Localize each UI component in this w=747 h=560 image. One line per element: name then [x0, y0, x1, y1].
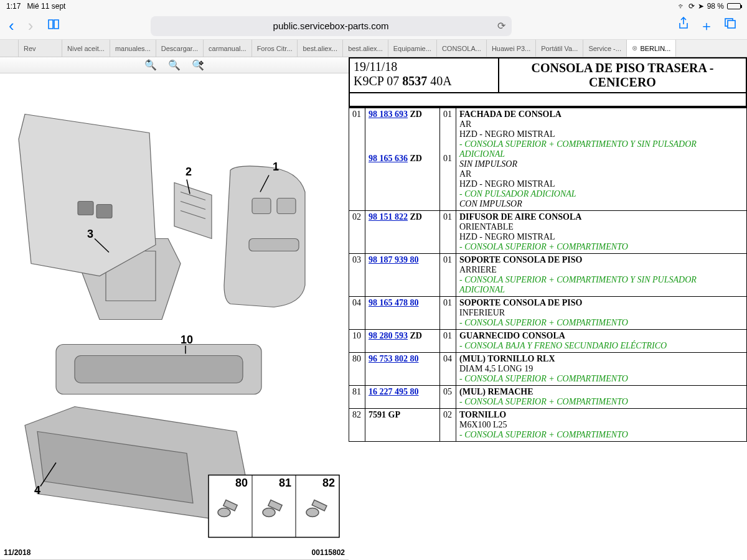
tab[interactable]: Service -... — [583, 40, 627, 57]
tab[interactable]: best.aliex... — [343, 40, 388, 57]
zoom-toolbar: 🔍+ 🔍− 🔍✥ — [0, 57, 349, 73]
part-ref-link[interactable]: 98 151 822 — [369, 212, 408, 222]
svg-rect-1 — [728, 21, 735, 28]
tab-label: manuales... — [115, 45, 151, 52]
tab[interactable]: carmanual... — [204, 40, 252, 57]
tab[interactable]: CONSOLA... — [437, 40, 487, 57]
part-desc-cell: (MUL) REMACHE- CONSOLA SUPERIOR + COMPAR… — [456, 386, 747, 409]
part-desc-note: - CONSOLA BAJA Y FRENO SECUNDARIO ELÉCTR… — [459, 341, 743, 351]
tab-close-icon[interactable]: ⊗ — [632, 44, 637, 52]
part-ref-cell: 98 187 939 80 — [365, 254, 440, 297]
tab[interactable] — [0, 40, 19, 57]
part-qty: 04 — [443, 354, 453, 364]
part-desc-cell: GUARNECIDO CONSOLA- CONSOLA BAJA Y FRENO… — [456, 330, 747, 353]
diagram-ref: 00115802 — [312, 548, 345, 557]
part-qty-cell: 01 — [440, 254, 456, 297]
part-desc-title: (MUL) REMACHE — [459, 387, 743, 397]
tab[interactable]: Portátil Va... — [536, 40, 583, 57]
part-ref-link[interactable]: 98 165 636 — [369, 154, 408, 163]
part-desc-line: DIAM 4,5 LONG 19 — [459, 364, 743, 374]
tab-label: carmanual... — [209, 45, 247, 52]
part-desc-title: SOPORTE CONSOLA DE PISO — [459, 298, 743, 308]
tab[interactable]: Rev — [19, 40, 62, 57]
part-desc-title: SOPORTE CONSOLA DE PISO — [459, 255, 743, 265]
part-ref-text: 7591 GP — [369, 410, 400, 419]
part-desc-note: - CONSOLA SUPERIOR + COMPARTIMENTO — [459, 430, 743, 440]
status-right: ᯤ ⟳ ➤ 98 % — [678, 2, 741, 11]
status-bar: 1:17 Mié 11 sept ᯤ ⟳ ➤ 98 % — [0, 0, 747, 12]
table-row: 0398 187 939 8001SOPORTE CONSOLA DE PISO… — [349, 254, 747, 297]
diagram-date: 11/2018 — [4, 548, 31, 557]
bookmarks-button[interactable] — [43, 18, 64, 34]
tab-label: CONSOLA... — [442, 45, 481, 52]
svg-rect-2 — [252, 198, 271, 214]
part-desc-cell: (MUL) TORNILLO RLXDIAM 4,5 LONG 19- CONS… — [456, 353, 747, 386]
callout-10: 10 — [181, 334, 193, 346]
parts-diagram[interactable]: 1 2 3 4 10 80 81 82 11/2018 00115802 — [0, 73, 349, 560]
part-desc-note: - CONSOLA SUPERIOR + COMPARTIMENTO Y SIN… — [459, 275, 743, 295]
forward-button[interactable]: › — [24, 16, 37, 35]
part-desc-note: - CONSOLA SUPERIOR + COMPARTIMENTO Y SIN… — [459, 139, 743, 159]
back-button[interactable]: ‹ — [5, 16, 18, 35]
diagram-panel: 🔍+ 🔍− 🔍✥ — [0, 57, 349, 560]
tab-label: BERLIN... — [640, 45, 670, 52]
toolbar-right: ＋ — [677, 17, 742, 35]
part-ref-link[interactable]: 16 227 495 80 — [369, 387, 419, 396]
table-row: 8096 753 802 8004(MUL) TORNILLO RLXDIAM … — [349, 353, 747, 386]
part-qty-cell: 01 — [440, 211, 456, 254]
part-desc-cell: DIFUSOR DE AIRE CONSOLAORIENTABLEHZD - N… — [456, 211, 747, 254]
tab-label: Portátil Va... — [541, 45, 578, 52]
tab-label: Nivel aceit... — [67, 45, 105, 52]
diagram-svg: 1 2 3 4 10 80 81 82 — [0, 73, 349, 559]
part-ref-cell: 98 151 822 ZD — [365, 211, 440, 254]
tab-label: Equipamie... — [393, 45, 431, 52]
new-tab-button[interactable]: ＋ — [700, 17, 713, 35]
tab[interactable]: Descargar... — [156, 40, 204, 57]
doc-header-left: 19/11/18 K9CP 07 8537 40A — [350, 58, 499, 92]
part-ref-cell: 96 753 802 80 — [365, 353, 440, 386]
part-desc-line: CON IMPULSOR — [459, 199, 743, 209]
svg-rect-9 — [75, 356, 243, 383]
svg-rect-11 — [96, 205, 112, 218]
part-desc-line: AR — [459, 119, 743, 129]
part-ref-link[interactable]: 96 753 802 80 — [369, 354, 419, 363]
part-desc-line: ARRIERE — [459, 265, 743, 275]
part-ref-cell: 98 280 593 ZD — [365, 330, 440, 353]
address-bar[interactable]: public.servicebox-parts.com ⟳ — [151, 16, 512, 36]
part-ref-link[interactable]: 98 183 693 — [369, 110, 408, 119]
tab[interactable]: Nivel aceit... — [62, 40, 110, 57]
part-ref-suffix: ZD — [408, 212, 422, 222]
tab[interactable]: Huawei P3... — [487, 40, 536, 57]
callout-3: 3 — [87, 228, 93, 240]
part-desc-cell: FACHADA DE CONSOLAARHZD - NEGRO MISTRAL-… — [456, 108, 747, 211]
reload-button[interactable]: ⟳ — [497, 20, 505, 32]
part-id: 82 — [349, 409, 365, 442]
tab-label: best.aliex... — [303, 45, 337, 52]
zoom-out-icon[interactable]: 🔍− — [168, 59, 181, 71]
tabs-button[interactable] — [723, 17, 737, 35]
part-desc-note: - CONSOLA SUPERIOR + COMPARTIMENTO — [459, 397, 743, 407]
zoom-in-icon[interactable]: 🔍+ — [144, 59, 157, 71]
tab-label: best.aliex... — [348, 45, 383, 52]
url-text: public.servicebox-parts.com — [273, 21, 389, 31]
tab[interactable]: manuales... — [110, 40, 156, 57]
part-ref-link[interactable]: 98 187 939 80 — [369, 255, 419, 264]
tab[interactable]: Foros Citr... — [252, 40, 298, 57]
share-button[interactable] — [677, 17, 690, 35]
part-id: 80 — [349, 353, 365, 386]
part-id: 01 — [349, 108, 365, 211]
part-ref-link[interactable]: 98 165 478 80 — [369, 298, 419, 307]
part-ref-suffix: ZD — [408, 154, 422, 163]
tab[interactable]: best.aliex... — [298, 40, 343, 57]
part-id: 04 — [349, 297, 365, 330]
callout-81: 81 — [279, 477, 291, 489]
part-qty: 01 — [443, 298, 453, 308]
tab[interactable]: ⊗BERLIN... — [627, 40, 676, 57]
location-icon: ➤ — [698, 2, 704, 11]
tab[interactable]: Equipamie... — [388, 40, 437, 57]
part-ref-link[interactable]: 98 280 593 — [369, 331, 408, 340]
part-desc-line: AR — [459, 169, 743, 179]
parts-list-panel: 19/11/18 K9CP 07 8537 40A CONSOLA DE PIS… — [349, 57, 747, 560]
table-row: 0498 165 478 8001SOPORTE CONSOLA DE PISO… — [349, 297, 747, 330]
zoom-move-icon[interactable]: 🔍✥ — [192, 59, 204, 71]
